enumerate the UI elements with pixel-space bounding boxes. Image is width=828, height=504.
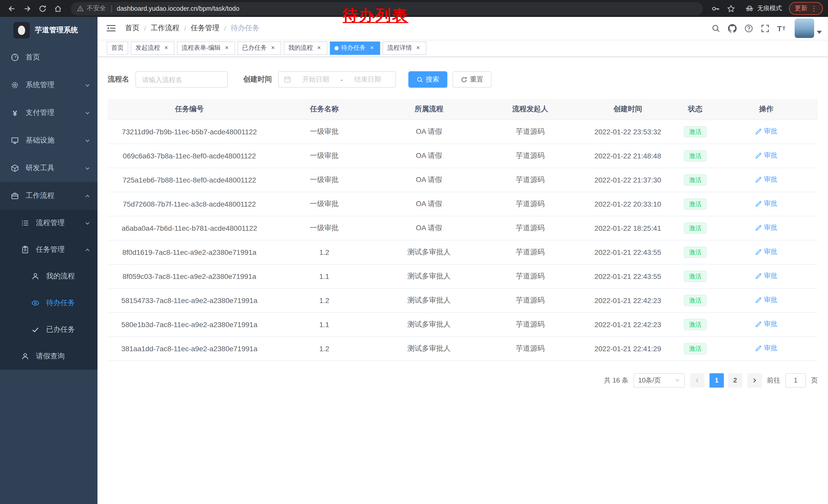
tab-done-task[interactable]: 已办任务× [238, 41, 281, 55]
search-button[interactable]: 搜索 [408, 71, 447, 88]
sidebar-toggle-button[interactable] [101, 19, 120, 37]
browser-back-icon[interactable] [5, 2, 18, 15]
sidebar-menu: 首页系统管理¥支付管理基础设施研发工具工作流程流程管理任务管理我的流程待办任务已… [0, 44, 97, 370]
sidebar-item-process-mgmt[interactable]: 流程管理 [0, 210, 97, 236]
start-date-placeholder: 开始日期 [293, 75, 339, 84]
breadcrumb-item[interactable]: 首页 [125, 24, 139, 33]
prev-page-button[interactable] [690, 373, 704, 387]
tab-form-edit[interactable]: 流程表单-编辑× [177, 41, 235, 55]
sidebar-item-label: 任务管理 [36, 245, 65, 254]
sidebar-item-home[interactable]: 首页 [0, 44, 97, 71]
sidebar-item-leave-query[interactable]: 请假查询 [0, 343, 97, 370]
cell-name: 一级审批 [271, 120, 378, 144]
fullscreen-icon[interactable] [757, 19, 773, 37]
page-number-2[interactable]: 2 [728, 373, 742, 387]
tab-close-icon[interactable]: × [223, 44, 230, 51]
avatar-caret-icon[interactable] [817, 31, 822, 34]
browser-refresh-icon[interactable] [36, 2, 49, 15]
tab-label: 发起流程 [135, 44, 160, 52]
approve-link[interactable]: 审批 [755, 127, 777, 136]
status-badge: 激活 [684, 222, 706, 234]
sidebar-item-label: 流程管理 [36, 218, 65, 228]
font-size-icon[interactable]: TT [773, 19, 790, 37]
avatar[interactable] [795, 18, 814, 38]
cell-initiator: 芋道源码 [481, 336, 580, 360]
tab-my-process[interactable]: 我的流程× [284, 41, 327, 55]
approve-link[interactable]: 审批 [755, 272, 777, 281]
bookmark-star-icon[interactable] [724, 2, 738, 15]
page-size-select[interactable]: 10条/页 [633, 373, 685, 387]
approve-link[interactable]: 审批 [755, 344, 777, 353]
tab-label: 首页 [111, 44, 124, 52]
approve-link[interactable]: 审批 [755, 247, 777, 257]
browser-home-icon[interactable] [51, 2, 65, 15]
goto-page-input[interactable] [785, 373, 806, 387]
reset-button[interactable]: 重置 [452, 71, 492, 88]
sidebar-item-system[interactable]: 系统管理 [0, 71, 97, 99]
help-icon[interactable] [740, 19, 757, 37]
process-name-input[interactable] [135, 71, 228, 88]
eye-icon [31, 299, 40, 308]
sidebar-item-infrastructure[interactable]: 基础设施 [0, 127, 97, 154]
sidebar-item-devtools[interactable]: 研发工具 [0, 154, 97, 182]
github-icon[interactable] [724, 19, 740, 37]
next-page-button[interactable] [747, 373, 762, 387]
chevron-down-icon [85, 165, 90, 171]
browser-menu-dots-icon[interactable]: ⋮ [811, 5, 817, 12]
cell-initiator: 芋道源码 [481, 168, 580, 192]
not-secure-label: 不安全 [87, 4, 106, 13]
approve-link[interactable]: 审批 [755, 175, 777, 184]
app: 不安全 dashboard.yudao.iocoder.cn/bpm/task/… [0, 0, 828, 504]
cell-created: 2022-01-21 22:43:55 [580, 240, 676, 264]
reset-button-label: 重置 [470, 75, 483, 84]
search-icon[interactable] [707, 19, 724, 37]
approve-link-label: 审批 [764, 320, 777, 329]
approve-link[interactable]: 审批 [755, 223, 777, 232]
cell-status: 激活 [676, 216, 715, 240]
navbar-actions: TT [707, 18, 822, 38]
tab-home[interactable]: 首页 [107, 41, 128, 55]
sidebar-item-my-process[interactable]: 我的流程 [0, 263, 97, 290]
edit-icon [755, 297, 762, 304]
tab-close-icon[interactable]: × [269, 44, 277, 51]
update-button[interactable]: 更新 ⋮ [789, 2, 823, 15]
tab-close-icon[interactable]: × [368, 44, 376, 51]
cell-action: 审批 [715, 216, 818, 240]
address-bar[interactable]: 不安全 dashboard.yudao.iocoder.cn/bpm/task/… [71, 2, 703, 15]
breadcrumb-separator: / [184, 24, 186, 32]
tab-todo-task[interactable]: 待办任务× [330, 41, 380, 55]
breadcrumb-item[interactable]: 任务管理 [191, 24, 219, 33]
column-header: 任务名称 [271, 99, 378, 120]
password-key-icon[interactable] [709, 2, 722, 15]
cell-created: 2022-01-22 21:48:48 [580, 144, 676, 168]
table-row: 580e1b3d-7ac8-11ec-a9e2-a2380e71991a1.1测… [108, 312, 818, 336]
approve-link-label: 审批 [764, 175, 777, 184]
sidebar-item-todo-task[interactable]: 待办任务 [0, 290, 97, 316]
page-content: 流程名 创建时间 开始日期 - 结束日期 搜索 重 [97, 57, 828, 504]
sidebar-item-workflow[interactable]: 工作流程 [0, 182, 97, 210]
tab-close-icon[interactable]: × [316, 44, 323, 51]
approve-link[interactable]: 审批 [755, 295, 777, 305]
approve-link-label: 审批 [764, 199, 777, 209]
approve-link[interactable]: 审批 [755, 151, 777, 160]
sidebar-item-label: 系统管理 [26, 81, 54, 90]
cell-created: 2022-01-22 18:25:41 [580, 216, 676, 240]
sidebar-item-done-task[interactable]: 已办任务 [0, 316, 97, 343]
tab-close-icon[interactable]: × [163, 44, 170, 51]
sidebar-item-label: 工作流程 [26, 191, 54, 200]
approve-link[interactable]: 审批 [755, 199, 777, 209]
breadcrumb-item[interactable]: 工作流程 [151, 24, 179, 33]
tab-process-detail[interactable]: 流程详情× [383, 41, 426, 55]
edit-icon [755, 273, 762, 279]
cell-name: 1.2 [271, 288, 378, 312]
date-range-picker[interactable]: 开始日期 - 结束日期 [278, 71, 396, 88]
sidebar-item-payment[interactable]: ¥支付管理 [0, 99, 97, 127]
tab-start-process[interactable]: 发起流程× [131, 41, 174, 55]
cell-name: 一级审批 [271, 216, 378, 240]
sidebar-item-task-mgmt[interactable]: 任务管理 [0, 236, 97, 263]
browser-forward-icon[interactable] [20, 2, 34, 15]
approve-link[interactable]: 审批 [755, 320, 777, 329]
clipboard-icon [20, 245, 30, 254]
page-number-1[interactable]: 1 [709, 373, 724, 387]
tab-close-icon[interactable]: × [415, 44, 422, 51]
